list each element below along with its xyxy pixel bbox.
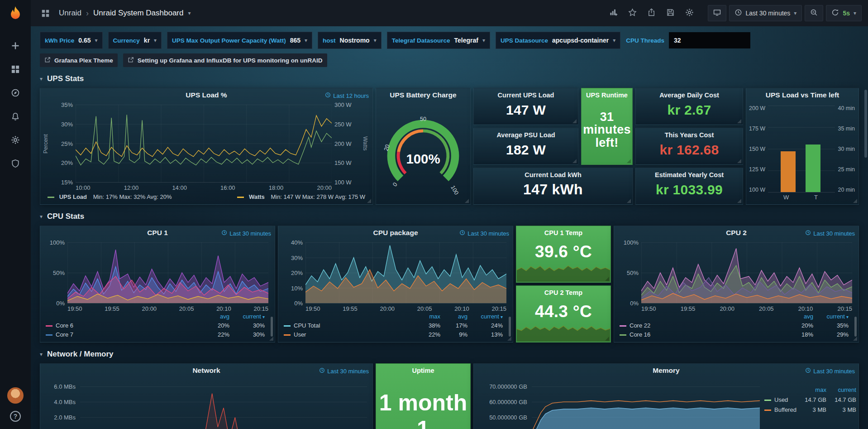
bar-ups-load-watts[interactable] <box>781 151 796 192</box>
var-currency[interactable]: Currency kr ▾ <box>108 32 162 49</box>
var-ups-max-output[interactable]: UPS Max Output Power Capacity (Watt) 865… <box>167 32 312 49</box>
time-override-text: Last 30 minutes <box>467 230 509 237</box>
sidebar-item-server-admin[interactable] <box>0 152 31 176</box>
caret-down-icon[interactable]: ▾ <box>188 10 191 16</box>
panel-title[interactable]: Estimated Yearly Cost <box>636 168 743 178</box>
legend-item[interactable]: Buffered <box>764 406 796 413</box>
axis-tick: 19:55 <box>343 305 358 312</box>
var-kwh-price[interactable]: kWh Price 0.65 ▾ <box>40 32 103 49</box>
plot-area[interactable] <box>67 242 268 304</box>
var-telegraf-datasource[interactable]: Telegraf Datasource Telegraf ▾ <box>387 32 490 49</box>
breadcrumb-folder[interactable]: Unraid <box>59 9 81 18</box>
legend-item[interactable]: UPS Load Min: 17% Max: 32% Avg: 20% <box>48 193 172 200</box>
panel-header[interactable]: UPS Battery Charge <box>376 88 470 102</box>
axis-tick: 2.0 MBs <box>54 415 76 420</box>
caret-down-icon: ▾ <box>374 37 377 43</box>
axis-tick: 30% <box>61 121 73 127</box>
legend-column-header[interactable]: current▾ <box>467 313 503 320</box>
legend-swatch <box>48 197 54 198</box>
legend-item[interactable]: Used <box>764 396 796 403</box>
plot-area[interactable] <box>76 105 332 183</box>
sidebar-item-explore[interactable] <box>0 82 31 105</box>
legend-column-header[interactable]: current <box>826 386 856 393</box>
help-button[interactable]: ? <box>10 411 21 422</box>
plot-area[interactable] <box>80 379 367 429</box>
bar-time-left[interactable] <box>806 145 820 192</box>
panel-title[interactable]: UPS Runtime <box>582 88 632 99</box>
panel-header[interactable]: UPS Load % Last 12 hours <box>40 88 372 102</box>
panel-header[interactable]: Memory Last 30 minutes <box>474 364 858 377</box>
user-avatar[interactable] <box>7 387 24 404</box>
refresh-picker[interactable]: 5s ▾ <box>826 5 862 21</box>
plot-area[interactable] <box>768 106 835 193</box>
section-header-network-memory[interactable]: ▾ Network / Memory <box>40 350 859 359</box>
share-dashboard-button[interactable] <box>644 5 660 21</box>
var-label: UPS Max Output Power Capacity (Watt) <box>172 37 286 44</box>
section-header-cpu-stats[interactable]: ▾ CPU Stats <box>40 212 859 221</box>
legend-column-header[interactable]: avg <box>783 313 813 320</box>
axis-tick: 10% <box>291 285 303 291</box>
legend-scrollbar[interactable] <box>271 317 273 337</box>
legend-column-header[interactable]: avg <box>440 313 467 320</box>
star-dashboard-button[interactable] <box>625 5 641 21</box>
panel-header[interactable]: UPS Load vs Time left <box>746 88 858 102</box>
legend-item[interactable]: Core 6 <box>46 322 200 329</box>
plot-area[interactable] <box>641 242 852 304</box>
panel-title[interactable]: This Years Cost <box>636 128 743 139</box>
legend-item[interactable]: Core 22 <box>620 322 783 329</box>
link-ups-monitoring-guide[interactable]: Setting up Grafana and InfluxDB for UPS … <box>123 53 327 67</box>
plot-area[interactable] <box>305 242 506 304</box>
legend-column-header[interactable]: current▾ <box>813 313 849 320</box>
apps-grid-icon[interactable] <box>37 5 53 21</box>
legend-column-header[interactable]: max <box>796 386 826 393</box>
panel-header[interactable]: CPU 1 Last 30 minutes <box>40 226 275 240</box>
caret-down-icon: ▾ <box>154 37 157 43</box>
page-scrollbar[interactable] <box>864 90 867 158</box>
legend-item[interactable]: Core 7 <box>46 331 200 338</box>
panel-title: UPS Load % <box>186 91 227 99</box>
var-ups-datasource[interactable]: UPS Datasource apcupsd-container ▾ <box>496 32 620 49</box>
panel-title[interactable]: Current Load kWh <box>474 168 632 178</box>
legend-item[interactable]: Core 16 <box>620 331 783 338</box>
link-label: Grafana Plex Theme <box>54 57 113 64</box>
var-host[interactable]: host Nostromo ▾ <box>318 32 382 49</box>
external-link-icon <box>128 57 134 64</box>
grafana-logo[interactable] <box>6 5 25 24</box>
save-dashboard-button[interactable] <box>663 5 679 21</box>
panel-title[interactable]: CPU 1 Temp <box>516 226 610 236</box>
cpu-threads-input[interactable] <box>669 32 750 48</box>
panel-title[interactable]: Current UPS Load <box>474 88 578 99</box>
legend-column-header[interactable]: max <box>410 313 440 320</box>
legend-item[interactable]: User <box>284 331 410 338</box>
link-grafana-plex-theme[interactable]: Grafana Plex Theme <box>40 53 118 67</box>
panel-title[interactable]: Average PSU Load <box>474 128 578 139</box>
clock-icon <box>734 9 742 18</box>
panel-header[interactable]: CPU package Last 30 minutes <box>278 226 513 240</box>
time-override-badge: Last 12 hours <box>325 92 369 99</box>
legend: UPS Load Min: 17% Max: 32% Avg: 20% Watt… <box>40 191 372 204</box>
zoom-out-button[interactable] <box>805 5 823 21</box>
panel-header[interactable]: CPU 2 Last 30 minutes <box>614 226 858 240</box>
sidebar-item-alerting[interactable] <box>0 105 31 129</box>
sidebar-item-create[interactable] <box>0 34 31 58</box>
breadcrumb-dashboard-title[interactable]: Unraid System Dashboard <box>93 9 183 18</box>
legend-column-header[interactable]: current▾ <box>229 313 265 320</box>
legend-column-header[interactable]: avg <box>200 313 229 320</box>
sidebar-item-dashboards[interactable] <box>0 58 31 82</box>
time-range-picker[interactable]: Last 30 minutes ▾ <box>729 5 802 21</box>
panel-title[interactable]: CPU 2 Temp <box>516 286 610 296</box>
legend-item[interactable]: CPU Total <box>284 322 410 329</box>
legend-item[interactable]: Watts Min: 147 W Max: 278 W Avg: 175 W <box>237 193 365 200</box>
section-header-ups-stats[interactable]: ▾ UPS Stats <box>40 74 859 83</box>
add-panel-button[interactable] <box>606 5 622 21</box>
panel-title[interactable]: Average Daily Cost <box>636 88 743 99</box>
sidebar-item-configuration[interactable] <box>0 129 31 152</box>
legend-scrollbar[interactable] <box>854 317 857 337</box>
tv-mode-button[interactable] <box>708 5 726 21</box>
caret-down-icon: ▾ <box>482 37 485 43</box>
panel-header[interactable]: Network Last 30 minutes <box>40 364 372 377</box>
panel-title[interactable]: Uptime <box>376 364 470 374</box>
plot-area[interactable] <box>532 379 760 429</box>
dashboard-settings-button[interactable] <box>682 5 698 21</box>
legend-scrollbar[interactable] <box>509 317 511 337</box>
